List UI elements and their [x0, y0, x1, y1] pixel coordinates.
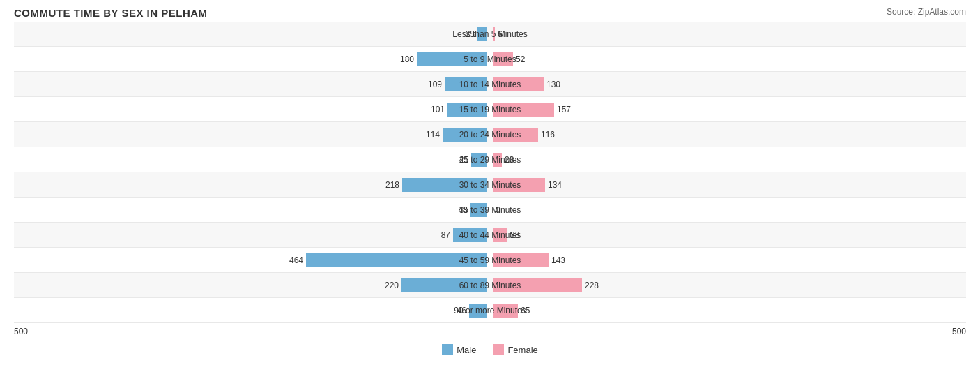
female-value: 134 — [548, 180, 567, 190]
chart-row: 4125 to 29 Minutes23 — [14, 147, 966, 172]
male-bar — [470, 203, 487, 217]
male-color-box — [442, 344, 453, 355]
female-color-box — [493, 344, 504, 355]
female-section: 0 — [490, 198, 966, 222]
male-value: 180 — [395, 54, 414, 64]
female-value: 6 — [498, 29, 517, 39]
female-section: 52 — [490, 47, 966, 71]
axis-left-val: 500 — [14, 327, 28, 336]
male-value: 43 — [448, 205, 468, 215]
female-bar — [493, 253, 549, 267]
male-bar — [402, 178, 487, 192]
chart-row: 10115 to 19 Minutes157 — [14, 97, 966, 122]
chart-row: 4690 or more Minutes65 — [14, 298, 966, 323]
male-value: 101 — [425, 105, 445, 114]
female-bar — [493, 77, 544, 91]
chart-row: 10910 to 14 Minutes130 — [14, 72, 966, 97]
female-section: 134 — [490, 172, 966, 197]
chart-row: 11420 to 24 Minutes116 — [14, 122, 966, 147]
male-bar — [477, 27, 487, 41]
male-bar — [469, 304, 487, 318]
female-value: 228 — [585, 281, 604, 290]
legend-female: Female — [493, 344, 537, 355]
female-bar — [493, 304, 518, 318]
female-bar — [493, 27, 495, 41]
chart-row: 22060 to 89 Minutes228 — [14, 273, 966, 298]
female-value: 38 — [510, 230, 530, 240]
male-bar — [471, 153, 487, 167]
female-section: 23 — [490, 147, 966, 172]
male-section: 220 — [14, 273, 490, 297]
female-label: Female — [507, 345, 537, 355]
male-section: 101 — [14, 97, 490, 121]
male-value: 464 — [284, 255, 303, 265]
male-value: 46 — [447, 306, 466, 315]
axis-right-val: 500 — [952, 327, 966, 336]
chart-row: 1805 to 9 Minutes52 — [14, 47, 966, 72]
female-section: 143 — [490, 248, 966, 272]
female-value: 157 — [557, 105, 576, 114]
male-section: 218 — [14, 172, 490, 197]
chart-row: 8740 to 44 Minutes38 — [14, 223, 966, 248]
male-value: 218 — [380, 180, 399, 190]
legend-male: Male — [442, 344, 476, 355]
female-bar — [493, 52, 513, 66]
chart-row: 25Less than 5 Minutes6 — [14, 22, 966, 47]
female-bar — [493, 228, 507, 242]
male-bar — [447, 103, 487, 117]
female-bar — [493, 103, 554, 117]
female-section: 157 — [490, 97, 966, 121]
female-value: 65 — [521, 306, 540, 315]
female-value: 23 — [505, 155, 524, 165]
female-bar — [493, 178, 545, 192]
male-section: 43 — [14, 198, 490, 222]
male-section: 464 — [14, 248, 490, 272]
male-value: 220 — [379, 281, 399, 290]
legend: Male Female — [14, 344, 966, 355]
male-value: 25 — [455, 29, 475, 39]
female-bar — [493, 128, 538, 142]
chart-row: 46445 to 59 Minutes143 — [14, 248, 966, 273]
male-bar — [306, 253, 487, 267]
source-label: Source: ZipAtlas.com — [887, 7, 966, 17]
female-value: 116 — [541, 130, 560, 140]
male-bar — [417, 52, 487, 66]
male-section: 109 — [14, 72, 490, 96]
female-bar — [493, 278, 582, 292]
male-section: 180 — [14, 47, 490, 71]
male-section: 25 — [14, 22, 490, 46]
chart-title: COMMUTE TIME BY SEX IN PELHAM — [14, 7, 208, 19]
male-label: Male — [457, 345, 476, 355]
female-value: 52 — [516, 54, 535, 64]
female-section: 38 — [490, 223, 966, 247]
female-section: 130 — [490, 72, 966, 96]
female-section: 116 — [490, 122, 966, 147]
male-section: 114 — [14, 122, 490, 147]
male-value: 87 — [431, 230, 450, 240]
axis-row: 500 500 — [14, 323, 966, 340]
male-bar — [453, 228, 487, 242]
male-value: 109 — [422, 80, 442, 89]
female-value: 143 — [551, 255, 571, 265]
female-section: 65 — [490, 298, 966, 322]
female-bar — [493, 153, 502, 167]
male-value: 41 — [449, 155, 468, 165]
male-value: 114 — [420, 130, 440, 140]
chart-row: 4335 to 39 Minutes0 — [14, 198, 966, 223]
chart-row: 21830 to 34 Minutes134 — [14, 172, 966, 198]
male-section: 46 — [14, 298, 490, 322]
male-section: 87 — [14, 223, 490, 247]
chart-container: 25Less than 5 Minutes61805 to 9 Minutes5… — [14, 22, 966, 323]
female-value: 0 — [496, 205, 515, 215]
male-section: 41 — [14, 147, 490, 172]
female-value: 130 — [546, 80, 566, 89]
male-bar — [445, 77, 487, 91]
male-bar — [443, 128, 487, 142]
female-section: 6 — [490, 22, 966, 46]
female-section: 228 — [490, 273, 966, 297]
male-bar — [401, 278, 487, 292]
